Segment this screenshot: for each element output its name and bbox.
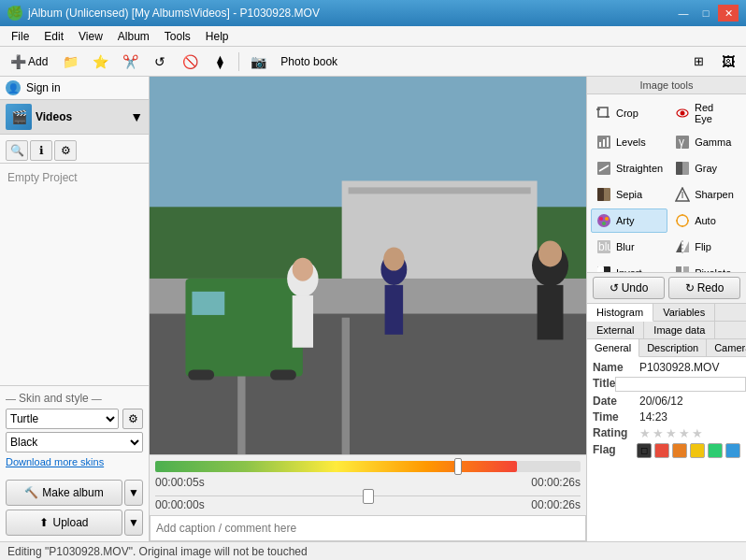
red-eye-tool-button[interactable]: Red Eye [669,98,739,128]
menu-tools[interactable]: Tools [157,26,198,46]
timeline-thumb[interactable] [454,458,462,475]
gamma-icon: γ [674,134,691,151]
levels-tool-button[interactable]: Levels [591,130,667,154]
undo-button[interactable]: ↺ Undo [593,277,665,299]
straighten-tool-button[interactable]: Straighten [591,156,667,180]
title-bar-left: 🌿 jAlbum (Unlicensed) [My Albums\Videos]… [7,6,320,21]
upload-button[interactable]: ⬆ Upload [6,510,122,536]
star-button[interactable]: ⭐ [86,50,114,74]
svg-point-42 [599,217,603,221]
add-icon: ➕ [10,54,25,69]
menu-edit[interactable]: Edit [36,26,71,46]
tab-external[interactable]: External [587,322,644,338]
star-3[interactable]: ★ [666,426,677,440]
make-album-dropdown-button[interactable]: ▼ [124,480,143,506]
make-album-button[interactable]: 🔨 Make album [6,480,122,506]
svg-text:blur: blur [598,240,611,253]
signin-label[interactable]: Sign in [26,81,61,94]
sepia-tool-button[interactable]: Sepia [591,182,667,207]
pixelate-icon [674,265,691,272]
minimize-button[interactable]: — [673,5,694,22]
info-button[interactable]: ℹ [30,140,52,161]
settings-button[interactable]: ⚙ [54,140,77,161]
arty-tool-button[interactable]: Arty [591,208,667,233]
title-input[interactable] [615,377,746,392]
sub-tab-description[interactable]: Description [639,339,707,356]
svg-rect-38 [597,188,604,201]
tab-histogram[interactable]: Histogram [587,304,653,322]
undo-icon: ↺ [610,281,619,294]
gray-icon [674,160,691,177]
menu-file[interactable]: File [4,26,36,46]
menu-view[interactable]: View [71,26,110,46]
timeline[interactable] [155,461,581,472]
gray-tool-button[interactable]: Gray [669,156,739,180]
time-end: 00:00:26s [531,476,581,489]
folder-button[interactable]: 📁 [56,50,84,74]
flag-yellow[interactable] [690,443,705,458]
add-button[interactable]: ➕ Add [4,50,54,74]
star-4[interactable]: ★ [679,426,690,440]
scrubber-area[interactable] [155,489,581,496]
color-selector[interactable]: Black White [6,432,143,452]
menu-help[interactable]: Help [198,26,237,46]
window-controls[interactable]: — □ ✕ [673,5,739,22]
star-1[interactable]: ★ [639,426,651,440]
star-2[interactable]: ★ [653,426,664,440]
photo-view-button[interactable]: 🖼 [714,50,742,74]
scrubber-thumb[interactable] [363,489,374,504]
caption-input[interactable] [156,522,580,535]
undo-redo-bar: ↺ Undo ↻ Redo [587,272,746,304]
delete-button[interactable]: 🚫 [176,50,204,74]
flag-orange[interactable] [672,443,687,458]
svg-rect-10 [188,369,214,380]
caption-area[interactable] [150,515,586,541]
empty-project-label: Empty Project [0,164,149,192]
skin-settings-button[interactable]: ⚙ [122,409,143,429]
photobook-button[interactable]: Photo book [274,50,344,74]
rotate-button[interactable]: ↺ [146,50,174,74]
status-bar: Editing "P1030928.MOV". Original image w… [0,541,746,560]
prop-rating-row: Rating ★ ★ ★ ★ ★ [593,426,740,440]
auto-tool-button[interactable]: Auto [669,208,739,233]
sub-tab-general[interactable]: General [587,339,639,357]
signin-area[interactable]: 👤 Sign in [0,77,149,100]
blur-tool-button[interactable]: blur Blur [591,235,667,259]
crop-tool-button[interactable]: Crop [591,98,667,128]
time-value: 14:23 [639,410,740,424]
redo-button[interactable]: ↻ Redo [668,277,740,299]
flag-none[interactable]: ◻ [637,443,652,458]
tab-image-data[interactable]: Image data [644,322,715,338]
grid-view-button[interactable]: ⊞ [684,50,712,74]
toolbar: ➕ Add 📁 ⭐ ✂️ ↺ 🚫 ⧫ 📷 Photo book ⊞ 🖼 [0,47,746,77]
flag-red[interactable] [654,443,669,458]
gamma-tool-button[interactable]: γ Gamma [669,130,739,154]
close-button[interactable]: ✕ [718,5,739,22]
tab-variables[interactable]: Variables [653,304,715,321]
album-dropdown-button[interactable]: ▼ [130,109,143,124]
skin-selector[interactable]: Turtle Black [6,409,119,429]
time-start: 00:00:05s [155,476,205,489]
search-button[interactable]: 🔍 [6,140,28,161]
flag-green[interactable] [708,443,723,458]
maximize-button[interactable]: □ [696,5,716,22]
menu-album[interactable]: Album [110,26,157,46]
download-skins-link[interactable]: Download more skins [6,456,104,467]
flag-blue[interactable] [725,443,740,458]
time-label: Time [593,410,639,424]
upload-dropdown-button[interactable]: ▼ [124,510,143,536]
star-5[interactable]: ★ [692,426,703,440]
scissors-button[interactable]: ✂️ [116,50,144,74]
rating-stars[interactable]: ★ ★ ★ ★ ★ [639,426,703,440]
flip-tool-button[interactable]: Flip [669,235,739,259]
camera-button[interactable]: 📷 [244,50,272,74]
info-icon: ℹ [39,144,44,157]
video-container [150,77,586,454]
sub-tab-camera[interactable]: Camera [707,339,746,356]
pixelate-tool-button[interactable]: Pixelate [669,261,739,272]
sharpen-tool-button[interactable]: Sharpen [669,182,739,207]
flag-icons: ◻ [637,443,740,458]
invert-tool-button[interactable]: Invert [591,261,667,272]
straighten-icon [595,160,612,177]
filter-button[interactable]: ⧫ [206,50,234,74]
